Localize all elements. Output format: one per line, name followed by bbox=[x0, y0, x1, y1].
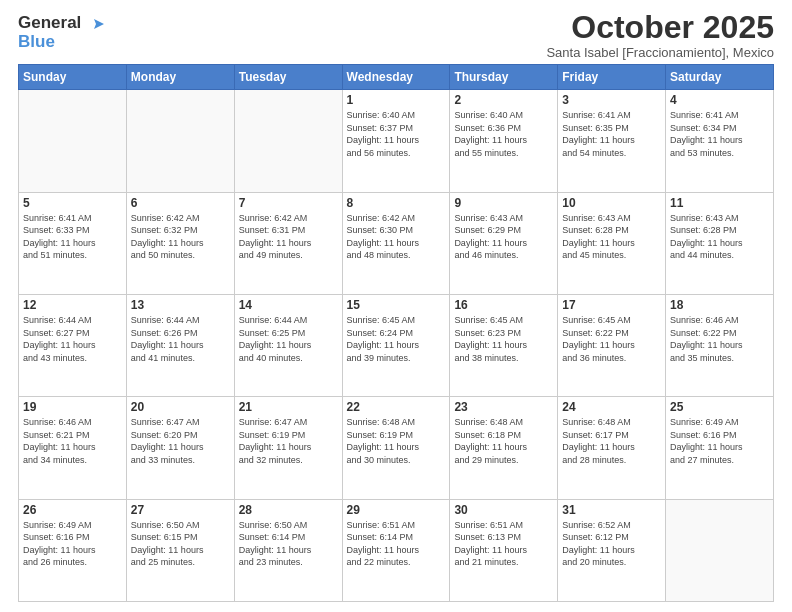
calendar-day-cell: 9Sunrise: 6:43 AMSunset: 6:29 PMDaylight… bbox=[450, 192, 558, 294]
day-number: 23 bbox=[454, 400, 553, 414]
logo-general: General bbox=[18, 14, 104, 33]
day-info: Sunrise: 6:47 AMSunset: 6:19 PMDaylight:… bbox=[239, 416, 338, 466]
calendar-day-cell: 28Sunrise: 6:50 AMSunset: 6:14 PMDayligh… bbox=[234, 499, 342, 601]
calendar-day-cell: 31Sunrise: 6:52 AMSunset: 6:12 PMDayligh… bbox=[558, 499, 666, 601]
day-info: Sunrise: 6:50 AMSunset: 6:15 PMDaylight:… bbox=[131, 519, 230, 569]
location-subtitle: Santa Isabel [Fraccionamiento], Mexico bbox=[546, 45, 774, 60]
logo-blue: Blue bbox=[18, 33, 104, 52]
logo: General Blue bbox=[18, 14, 104, 51]
title-block: October 2025 Santa Isabel [Fraccionamien… bbox=[546, 10, 774, 60]
day-number: 18 bbox=[670, 298, 769, 312]
calendar-table: SundayMondayTuesdayWednesdayThursdayFrid… bbox=[18, 64, 774, 602]
day-number: 14 bbox=[239, 298, 338, 312]
day-number: 16 bbox=[454, 298, 553, 312]
day-number: 24 bbox=[562, 400, 661, 414]
day-number: 17 bbox=[562, 298, 661, 312]
day-number: 29 bbox=[347, 503, 446, 517]
calendar-day-cell: 7Sunrise: 6:42 AMSunset: 6:31 PMDaylight… bbox=[234, 192, 342, 294]
calendar-day-cell: 16Sunrise: 6:45 AMSunset: 6:23 PMDayligh… bbox=[450, 294, 558, 396]
calendar-day-cell: 17Sunrise: 6:45 AMSunset: 6:22 PMDayligh… bbox=[558, 294, 666, 396]
calendar-day-cell: 10Sunrise: 6:43 AMSunset: 6:28 PMDayligh… bbox=[558, 192, 666, 294]
day-number: 3 bbox=[562, 93, 661, 107]
calendar-day-cell: 24Sunrise: 6:48 AMSunset: 6:17 PMDayligh… bbox=[558, 397, 666, 499]
calendar-day-cell: 26Sunrise: 6:49 AMSunset: 6:16 PMDayligh… bbox=[19, 499, 127, 601]
day-number: 15 bbox=[347, 298, 446, 312]
day-number: 6 bbox=[131, 196, 230, 210]
day-number: 19 bbox=[23, 400, 122, 414]
day-info: Sunrise: 6:42 AMSunset: 6:31 PMDaylight:… bbox=[239, 212, 338, 262]
month-title: October 2025 bbox=[546, 10, 774, 45]
day-info: Sunrise: 6:44 AMSunset: 6:27 PMDaylight:… bbox=[23, 314, 122, 364]
day-info: Sunrise: 6:44 AMSunset: 6:25 PMDaylight:… bbox=[239, 314, 338, 364]
day-number: 28 bbox=[239, 503, 338, 517]
weekday-header-monday: Monday bbox=[126, 65, 234, 90]
day-info: Sunrise: 6:52 AMSunset: 6:12 PMDaylight:… bbox=[562, 519, 661, 569]
weekday-header-tuesday: Tuesday bbox=[234, 65, 342, 90]
day-number: 4 bbox=[670, 93, 769, 107]
calendar-day-cell: 12Sunrise: 6:44 AMSunset: 6:27 PMDayligh… bbox=[19, 294, 127, 396]
calendar-day-cell: 21Sunrise: 6:47 AMSunset: 6:19 PMDayligh… bbox=[234, 397, 342, 499]
day-number: 27 bbox=[131, 503, 230, 517]
day-number: 12 bbox=[23, 298, 122, 312]
day-info: Sunrise: 6:47 AMSunset: 6:20 PMDaylight:… bbox=[131, 416, 230, 466]
svg-marker-0 bbox=[94, 19, 104, 29]
calendar-day-cell bbox=[666, 499, 774, 601]
calendar-day-cell bbox=[19, 90, 127, 192]
day-number: 30 bbox=[454, 503, 553, 517]
day-number: 21 bbox=[239, 400, 338, 414]
day-number: 20 bbox=[131, 400, 230, 414]
header: General Blue October 2025 Santa Isabel [… bbox=[18, 10, 774, 60]
day-number: 2 bbox=[454, 93, 553, 107]
calendar-day-cell bbox=[234, 90, 342, 192]
day-info: Sunrise: 6:49 AMSunset: 6:16 PMDaylight:… bbox=[23, 519, 122, 569]
day-info: Sunrise: 6:48 AMSunset: 6:18 PMDaylight:… bbox=[454, 416, 553, 466]
calendar-week-row: 1Sunrise: 6:40 AMSunset: 6:37 PMDaylight… bbox=[19, 90, 774, 192]
calendar-day-cell: 20Sunrise: 6:47 AMSunset: 6:20 PMDayligh… bbox=[126, 397, 234, 499]
calendar-week-row: 19Sunrise: 6:46 AMSunset: 6:21 PMDayligh… bbox=[19, 397, 774, 499]
page: General Blue October 2025 Santa Isabel [… bbox=[0, 0, 792, 612]
day-number: 10 bbox=[562, 196, 661, 210]
weekday-header-wednesday: Wednesday bbox=[342, 65, 450, 90]
logo-bird-icon bbox=[86, 17, 104, 31]
calendar-day-cell: 25Sunrise: 6:49 AMSunset: 6:16 PMDayligh… bbox=[666, 397, 774, 499]
calendar-day-cell: 22Sunrise: 6:48 AMSunset: 6:19 PMDayligh… bbox=[342, 397, 450, 499]
day-info: Sunrise: 6:49 AMSunset: 6:16 PMDaylight:… bbox=[670, 416, 769, 466]
calendar-week-row: 26Sunrise: 6:49 AMSunset: 6:16 PMDayligh… bbox=[19, 499, 774, 601]
day-number: 11 bbox=[670, 196, 769, 210]
calendar-day-cell: 18Sunrise: 6:46 AMSunset: 6:22 PMDayligh… bbox=[666, 294, 774, 396]
calendar-day-cell bbox=[126, 90, 234, 192]
day-info: Sunrise: 6:43 AMSunset: 6:28 PMDaylight:… bbox=[562, 212, 661, 262]
day-number: 5 bbox=[23, 196, 122, 210]
day-info: Sunrise: 6:40 AMSunset: 6:37 PMDaylight:… bbox=[347, 109, 446, 159]
day-info: Sunrise: 6:42 AMSunset: 6:30 PMDaylight:… bbox=[347, 212, 446, 262]
day-info: Sunrise: 6:41 AMSunset: 6:35 PMDaylight:… bbox=[562, 109, 661, 159]
calendar-day-cell: 11Sunrise: 6:43 AMSunset: 6:28 PMDayligh… bbox=[666, 192, 774, 294]
calendar-day-cell: 27Sunrise: 6:50 AMSunset: 6:15 PMDayligh… bbox=[126, 499, 234, 601]
day-info: Sunrise: 6:45 AMSunset: 6:23 PMDaylight:… bbox=[454, 314, 553, 364]
day-info: Sunrise: 6:51 AMSunset: 6:14 PMDaylight:… bbox=[347, 519, 446, 569]
calendar-day-cell: 14Sunrise: 6:44 AMSunset: 6:25 PMDayligh… bbox=[234, 294, 342, 396]
calendar-day-cell: 5Sunrise: 6:41 AMSunset: 6:33 PMDaylight… bbox=[19, 192, 127, 294]
calendar-day-cell: 23Sunrise: 6:48 AMSunset: 6:18 PMDayligh… bbox=[450, 397, 558, 499]
day-info: Sunrise: 6:48 AMSunset: 6:19 PMDaylight:… bbox=[347, 416, 446, 466]
calendar-day-cell: 30Sunrise: 6:51 AMSunset: 6:13 PMDayligh… bbox=[450, 499, 558, 601]
weekday-header-saturday: Saturday bbox=[666, 65, 774, 90]
day-number: 31 bbox=[562, 503, 661, 517]
calendar-day-cell: 1Sunrise: 6:40 AMSunset: 6:37 PMDaylight… bbox=[342, 90, 450, 192]
day-number: 7 bbox=[239, 196, 338, 210]
calendar-day-cell: 8Sunrise: 6:42 AMSunset: 6:30 PMDaylight… bbox=[342, 192, 450, 294]
day-info: Sunrise: 6:46 AMSunset: 6:22 PMDaylight:… bbox=[670, 314, 769, 364]
day-info: Sunrise: 6:44 AMSunset: 6:26 PMDaylight:… bbox=[131, 314, 230, 364]
day-info: Sunrise: 6:46 AMSunset: 6:21 PMDaylight:… bbox=[23, 416, 122, 466]
day-number: 1 bbox=[347, 93, 446, 107]
day-info: Sunrise: 6:45 AMSunset: 6:22 PMDaylight:… bbox=[562, 314, 661, 364]
calendar-day-cell: 15Sunrise: 6:45 AMSunset: 6:24 PMDayligh… bbox=[342, 294, 450, 396]
calendar-day-cell: 13Sunrise: 6:44 AMSunset: 6:26 PMDayligh… bbox=[126, 294, 234, 396]
logo-wordmark: General Blue bbox=[18, 14, 104, 51]
day-number: 9 bbox=[454, 196, 553, 210]
calendar-week-row: 12Sunrise: 6:44 AMSunset: 6:27 PMDayligh… bbox=[19, 294, 774, 396]
weekday-header-row: SundayMondayTuesdayWednesdayThursdayFrid… bbox=[19, 65, 774, 90]
calendar-day-cell: 3Sunrise: 6:41 AMSunset: 6:35 PMDaylight… bbox=[558, 90, 666, 192]
day-info: Sunrise: 6:41 AMSunset: 6:33 PMDaylight:… bbox=[23, 212, 122, 262]
calendar-week-row: 5Sunrise: 6:41 AMSunset: 6:33 PMDaylight… bbox=[19, 192, 774, 294]
